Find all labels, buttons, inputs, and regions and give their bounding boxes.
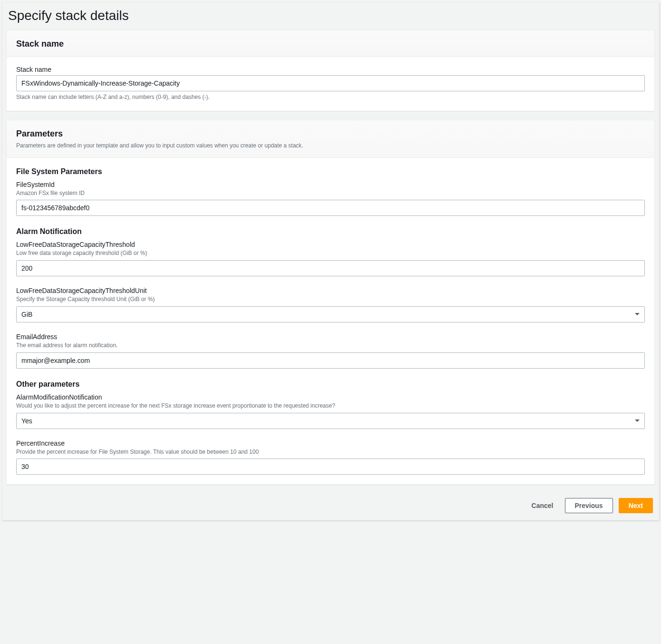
alarm-mod-desc: Would you like to adjust the percent inc… [16,402,645,410]
email-label: EmailAddress [16,333,645,341]
stack-name-label: Stack name [16,66,645,73]
alarm-mod-value: Yes [21,416,32,426]
threshold-label: LowFreeDataStorageCapacityThreshold [16,241,645,248]
file-system-id-field: FileSystemId Amazon FSx file system ID [16,181,645,216]
parameters-panel-title: Parameters [16,129,645,139]
stack-name-hint: Stack name can include letters (A-Z and … [16,93,645,101]
file-system-id-desc: Amazon FSx file system ID [16,189,645,197]
page-container: Specify stack details Stack name Stack n… [2,2,659,520]
email-input[interactable] [16,352,645,369]
file-system-id-label: FileSystemId [16,181,645,188]
alarm-mod-label: AlarmModificationNotification [16,393,645,401]
next-button[interactable]: Next [619,498,653,513]
cancel-button[interactable]: Cancel [526,498,559,513]
stack-name-panel: Stack name Stack name Stack name can inc… [6,30,655,111]
stack-name-panel-body: Stack name Stack name can include letter… [7,57,654,111]
stack-name-input[interactable] [16,75,645,91]
parameters-panel: Parameters Parameters are defined in you… [6,120,655,485]
chevron-down-icon [635,313,640,315]
stack-name-panel-header: Stack name [7,30,654,57]
other-section: Other parameters AlarmModificationNotifi… [16,380,645,475]
file-system-id-input[interactable] [16,200,645,216]
stack-name-panel-title: Stack name [16,39,645,49]
alarm-heading: Alarm Notification [16,227,645,236]
percent-increase-desc: Provide the percent increase for File Sy… [16,448,645,456]
chevron-down-icon [635,420,640,422]
percent-increase-input[interactable] [16,459,645,475]
alarm-mod-select[interactable]: Yes [16,413,645,429]
percent-increase-field: PercentIncrease Provide the percent incr… [16,439,645,475]
other-heading: Other parameters [16,380,645,389]
threshold-input[interactable] [16,260,645,276]
file-system-section: File System Parameters FileSystemId Amaz… [16,167,645,216]
threshold-field: LowFreeDataStorageCapacityThreshold Low … [16,241,645,276]
percent-increase-label: PercentIncrease [16,439,645,447]
threshold-unit-desc: Specify the Storage Capacity threshold U… [16,295,645,303]
parameters-panel-body: File System Parameters FileSystemId Amaz… [7,158,654,485]
previous-button[interactable]: Previous [565,498,613,513]
wizard-footer: Cancel Previous Next [6,493,655,515]
stack-name-field: Stack name Stack name can include letter… [16,66,645,101]
file-system-heading: File System Parameters [16,167,645,176]
email-desc: The email address for alarm notification… [16,342,645,350]
parameters-panel-subtitle: Parameters are defined in your template … [16,142,645,150]
alarm-section: Alarm Notification LowFreeDataStorageCap… [16,227,645,368]
threshold-unit-value: GiB [21,310,32,319]
parameters-panel-header: Parameters Parameters are defined in you… [7,120,654,158]
threshold-unit-field: LowFreeDataStorageCapacityThresholdUnit … [16,287,645,322]
threshold-desc: Low free data storage capacity threshold… [16,249,645,257]
page-title: Specify stack details [6,6,655,30]
threshold-unit-label: LowFreeDataStorageCapacityThresholdUnit [16,287,645,294]
alarm-mod-field: AlarmModificationNotification Would you … [16,393,645,429]
email-field: EmailAddress The email address for alarm… [16,333,645,369]
threshold-unit-select[interactable]: GiB [16,306,645,322]
